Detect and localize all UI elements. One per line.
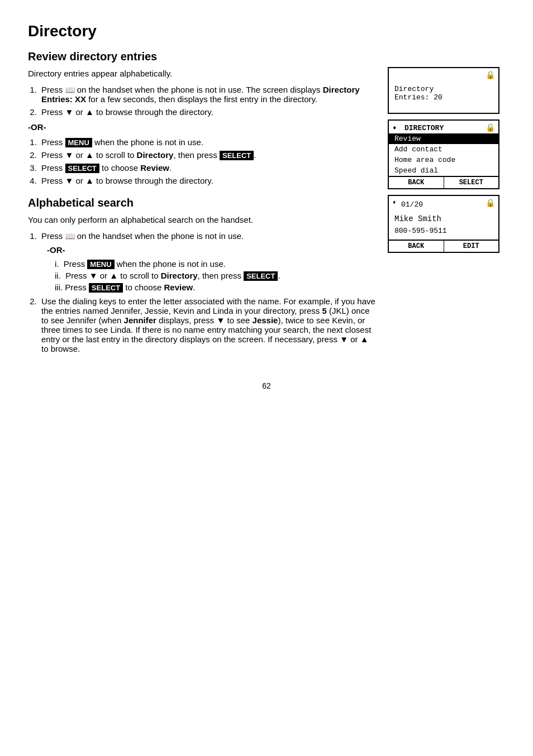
list-item: Press ▼ or ▲ to browse through the direc…	[39, 176, 377, 185]
or-label-1: -OR-	[28, 122, 377, 132]
list-item: ii. Press ▼ or ▲ to scroll to Directory,…	[53, 271, 377, 280]
list-item: iii. Press SELECT to choose Review.	[53, 283, 377, 292]
section2-title: Alphabetical search	[28, 197, 377, 209]
list-item: Press ▼ or ▲ to browse through the direc…	[39, 107, 377, 117]
page-number: 62	[28, 381, 505, 390]
screen1-line2: Entries: 20	[394, 93, 493, 102]
screen2-title: DIRECTORY	[389, 123, 498, 133]
lock-icon-3: 🔒	[486, 198, 495, 208]
nav-arrow-icon-2: ⬧	[392, 198, 396, 206]
lock-icon-1: 🔒	[486, 70, 495, 80]
list-item: Press 📖 on the handset when the phone is…	[39, 85, 377, 104]
screen3-name: Mike Smith	[389, 210, 498, 226]
section1-intro: Directory entries appear alphabetically.	[28, 69, 377, 78]
phone-screen-1: 🔒 Directory Entries: 20	[388, 67, 499, 114]
nav-arrow-icon: ⬧	[392, 123, 397, 132]
book-icon-2: 📖	[65, 232, 75, 241]
list-item: i. Press MENU when the phone is not in u…	[53, 259, 377, 269]
screen3-edit-btn[interactable]: EDIT	[444, 241, 499, 252]
page-title: Directory	[28, 22, 505, 40]
section2-intro: You can only perform an alphabetical sea…	[28, 215, 377, 224]
screen2-item-home-area: Home area code	[389, 155, 498, 165]
list-item: Press MENU when the phone is not in use.	[39, 137, 377, 147]
menu-kbd-2: MENU	[87, 260, 114, 269]
select-kbd-3: SELECT	[244, 271, 278, 281]
screen1-line1: Directory	[394, 85, 493, 93]
list-item: Press SELECT to choose Review.	[39, 163, 377, 173]
select-kbd-4: SELECT	[89, 283, 123, 293]
screen2-select-btn[interactable]: SELECT	[444, 177, 499, 188]
book-icon: 📖	[65, 85, 75, 94]
lock-icon-2: 🔒	[486, 123, 495, 132]
sub-steps: i. Press MENU when the phone is not in u…	[41, 259, 377, 292]
or-label-2: -OR-	[47, 245, 377, 255]
section1-steps-before-or: Press 📖 on the handset when the phone is…	[28, 85, 377, 117]
list-item: Press ▼ or ▲ to scroll to Directory, the…	[39, 150, 377, 160]
screen3-number: 800-595-9511	[389, 226, 498, 240]
screen3-back-btn[interactable]: BACK	[389, 241, 444, 252]
list-item: Use the dialing keys to enter the letter…	[39, 296, 377, 353]
select-kbd-2: SELECT	[65, 164, 99, 173]
phones-column: 🔒 Directory Entries: 20 ⬧ 🔒 DIRECTORY Re…	[388, 50, 505, 365]
screen2-back-btn[interactable]: BACK	[389, 177, 444, 188]
phone-screen-3: ⬧ 🔒 01/20 Mike Smith 800-595-9511 BACK E…	[388, 195, 499, 253]
list-item: Press 📖 on the handset when the phone is…	[39, 231, 377, 292]
section1-steps-after-or: Press MENU when the phone is not in use.…	[28, 137, 377, 185]
select-kbd-1: SELECT	[220, 151, 254, 160]
screen2-item-speed-dial: Speed dial	[389, 165, 498, 176]
section1-title: Review directory entries	[28, 50, 377, 63]
menu-kbd: MENU	[65, 138, 92, 147]
screen2-item-add-contact: Add contact	[389, 144, 498, 155]
section2-steps: Press 📖 on the handset when the phone is…	[28, 231, 377, 353]
phone-screen-2: ⬧ 🔒 DIRECTORY Review Add contact Home ar…	[388, 119, 499, 189]
screen2-item-review: Review	[389, 133, 498, 144]
screen3-counter: 01/20	[389, 198, 498, 210]
